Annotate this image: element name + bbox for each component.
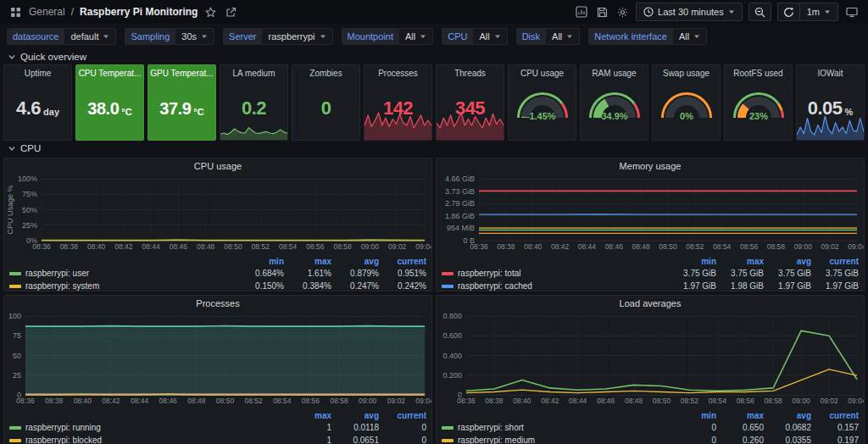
- svg-text:0.400: 0.400: [442, 352, 462, 360]
- refresh-button[interactable]: [777, 3, 799, 21]
- panel-title[interactable]: RAM usage: [581, 65, 648, 79]
- legend-col-avg[interactable]: avg: [331, 257, 379, 266]
- chevron-down-icon: [728, 9, 735, 14]
- legend-col-avg[interactable]: avg: [764, 411, 811, 420]
- stat-panel-gpu-temperat: GPU Temperat...37.9°C: [147, 64, 216, 141]
- chevron-down-icon: [320, 34, 326, 39]
- add-panel-icon[interactable]: [574, 4, 589, 19]
- variable-value-select[interactable]: 30s: [175, 28, 214, 45]
- chevron-down-icon: [103, 34, 109, 39]
- svg-text:08:44: 08:44: [578, 242, 597, 251]
- legend-value: 0.247%: [331, 281, 379, 291]
- save-dashboard-icon[interactable]: [595, 5, 609, 19]
- panel-title[interactable]: Memory usage: [437, 158, 864, 174]
- panel-load-averages: Load averages0.8000.6000.4000.200008:360…: [436, 295, 865, 444]
- variable-value-select[interactable]: All: [546, 28, 580, 45]
- legend-col-max[interactable]: max: [284, 411, 331, 420]
- chart-canvas[interactable]: 0.8000.6000.4000.200008:3608:3808:4008:4…: [437, 311, 864, 406]
- legend-col-current[interactable]: current: [379, 257, 426, 266]
- stat-panel-cpu-usage: CPU usage1.45%: [508, 64, 576, 141]
- stat-panel-cpu-temperat: CPU Temperat...38.0°C: [75, 64, 144, 141]
- panel-title[interactable]: CPU usage: [4, 158, 431, 174]
- series-color-icon: [9, 285, 21, 288]
- svg-text:08:44: 08:44: [131, 397, 149, 405]
- svg-text:CPU Usage %: CPU Usage %: [6, 185, 14, 234]
- star-icon[interactable]: [203, 5, 218, 19]
- cpu-section-grid: CPU usage100%75%50%25%0%08:3608:3808:400…: [0, 156, 868, 444]
- legend-col-max[interactable]: max: [716, 411, 764, 420]
- chart-canvas[interactable]: 100%75%50%25%0%08:3608:3808:4008:4208:44…: [4, 174, 431, 252]
- legend-series-name[interactable]: raspberrypi: total: [458, 269, 520, 278]
- panel-title[interactable]: Load averages: [437, 296, 864, 311]
- stat-unit: %: [845, 107, 854, 117]
- tv-view-icon[interactable]: [844, 5, 860, 19]
- refresh-interval-select[interactable]: 1m: [799, 3, 838, 21]
- chart-canvas[interactable]: 100755025008:3608:3808:4008:4208:4408:46…: [4, 311, 431, 406]
- legend-item: raspberrypi: blocked10.06510: [9, 434, 426, 444]
- svg-text:08:50: 08:50: [653, 397, 671, 405]
- panel-title[interactable]: Swap usage: [653, 65, 720, 79]
- share-icon[interactable]: [224, 5, 238, 19]
- svg-text:08:36: 08:36: [16, 397, 35, 405]
- legend-value: 1.61%: [284, 269, 331, 278]
- legend-col-avg[interactable]: avg: [331, 411, 379, 420]
- legend-col-max[interactable]: max: [716, 257, 764, 266]
- svg-text:09:04: 09:04: [848, 397, 864, 405]
- section-quick-overview[interactable]: Quick overview: [0, 49, 868, 64]
- svg-text:08:50: 08:50: [216, 397, 235, 405]
- svg-text:08:46: 08:46: [170, 242, 188, 251]
- settings-gear-icon[interactable]: [615, 5, 630, 19]
- variable-value-select[interactable]: All: [673, 28, 707, 45]
- panel-title[interactable]: RootFS used: [725, 65, 792, 79]
- legend-series-name[interactable]: raspberrypi: system: [25, 281, 99, 291]
- legend-series-name[interactable]: raspberrypi: user: [25, 269, 89, 278]
- svg-text:08:44: 08:44: [569, 397, 587, 405]
- svg-text:09:02: 09:02: [821, 242, 840, 251]
- svg-text:08:38: 08:38: [60, 242, 79, 251]
- panel-title[interactable]: Processes: [4, 296, 431, 311]
- legend-series-name[interactable]: raspberrypi: short: [458, 423, 524, 432]
- section-title: CPU: [20, 143, 41, 153]
- legend-col-current[interactable]: current: [811, 257, 859, 266]
- variable-disk: DiskAll: [516, 28, 581, 45]
- zoom-out-button[interactable]: [748, 3, 771, 21]
- svg-text:50%: 50%: [22, 206, 37, 214]
- stat-value: 345: [455, 97, 485, 119]
- legend-col-current[interactable]: current: [811, 411, 859, 420]
- chart-canvas[interactable]: 4.66 GiB3.73 GiB2.79 GiB1.86 GiB954 MiB0…: [437, 174, 864, 252]
- section-cpu[interactable]: CPU: [0, 141, 868, 156]
- stat-value-wrap: 0.05%: [797, 77, 864, 140]
- legend-item: raspberrypi: user0.684%1.61%0.879%0.951%: [9, 267, 426, 280]
- legend-col-min[interactable]: min: [236, 257, 284, 266]
- legend-series-name[interactable]: raspberrypi: cached: [458, 281, 532, 291]
- variable-label: Disk: [516, 28, 546, 45]
- legend-col-avg[interactable]: avg: [764, 257, 811, 266]
- panel-title[interactable]: CPU usage: [509, 65, 576, 79]
- variable-value-select[interactable]: default: [64, 28, 116, 45]
- dashboards-grid-icon[interactable]: [8, 5, 23, 19]
- legend-col-min[interactable]: min: [669, 257, 716, 266]
- svg-text:08:42: 08:42: [114, 242, 133, 251]
- series-color-icon: [9, 439, 21, 442]
- svg-text:09:00: 09:00: [359, 397, 377, 405]
- legend-series-name[interactable]: raspberrypi: medium: [458, 436, 535, 444]
- chevron-down-icon: [8, 53, 16, 60]
- variable-value-select[interactable]: All: [399, 28, 433, 45]
- variable-value-select[interactable]: All: [473, 28, 507, 45]
- legend-series-name[interactable]: raspberrypi: blocked: [25, 436, 102, 444]
- breadcrumb-folder[interactable]: General: [29, 6, 65, 18]
- stat-value-wrap: 142: [364, 77, 431, 140]
- variable-value-select[interactable]: raspberrypi: [262, 28, 332, 45]
- legend-col-max[interactable]: max: [284, 257, 331, 266]
- variable-label: Server: [223, 28, 262, 45]
- time-range-label: Last 30 minutes: [658, 7, 724, 17]
- legend-series-name[interactable]: raspberrypi: running: [25, 423, 101, 432]
- legend-value: 0.0651: [331, 436, 379, 444]
- svg-text:08:48: 08:48: [187, 397, 206, 405]
- legend-col-min[interactable]: min: [669, 411, 716, 420]
- svg-text:25: 25: [13, 371, 21, 380]
- legend-col-current[interactable]: current: [379, 411, 426, 420]
- svg-text:75: 75: [13, 331, 21, 340]
- svg-text:4.66 GiB: 4.66 GiB: [445, 175, 475, 183]
- time-picker[interactable]: Last 30 minutes: [636, 3, 743, 21]
